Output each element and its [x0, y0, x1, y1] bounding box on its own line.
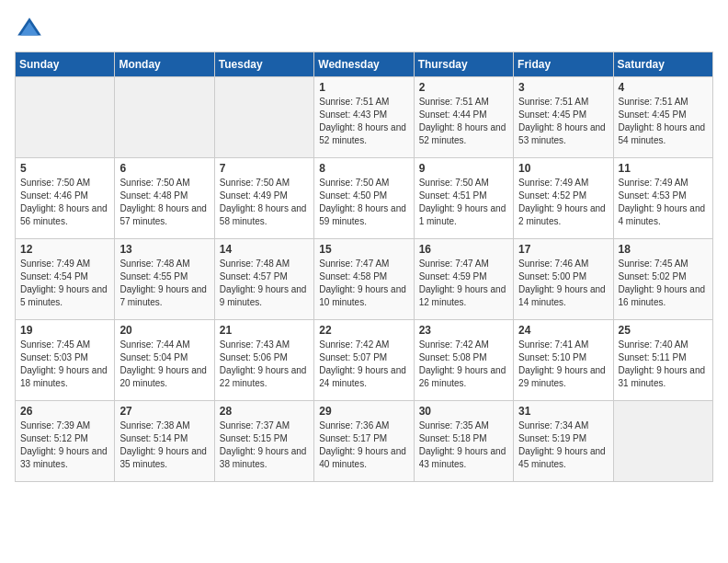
day-info: Sunrise: 7:36 AM Sunset: 5:17 PM Dayligh…	[319, 419, 408, 471]
calendar-cell: 12Sunrise: 7:49 AM Sunset: 4:54 PM Dayli…	[16, 239, 115, 320]
day-number: 26	[20, 405, 109, 418]
day-info: Sunrise: 7:42 AM Sunset: 5:08 PM Dayligh…	[419, 339, 508, 390]
day-info: Sunrise: 7:48 AM Sunset: 4:57 PM Dayligh…	[220, 258, 309, 309]
day-info: Sunrise: 7:42 AM Sunset: 5:07 PM Dayligh…	[319, 339, 408, 390]
day-number: 25	[619, 324, 708, 337]
day-info: Sunrise: 7:51 AM Sunset: 4:44 PM Dayligh…	[419, 96, 508, 147]
day-number: 28	[220, 405, 309, 418]
day-number: 16	[419, 243, 508, 256]
day-number: 9	[419, 162, 508, 175]
calendar-cell: 20Sunrise: 7:44 AM Sunset: 5:04 PM Dayli…	[115, 320, 214, 401]
calendar-cell: 6Sunrise: 7:50 AM Sunset: 4:48 PM Daylig…	[115, 158, 214, 239]
day-number: 10	[518, 162, 608, 175]
day-number: 23	[419, 324, 508, 337]
day-info: Sunrise: 7:41 AM Sunset: 5:10 PM Dayligh…	[518, 339, 608, 390]
calendar-cell: 24Sunrise: 7:41 AM Sunset: 5:10 PM Dayli…	[514, 320, 613, 401]
calendar-cell: 22Sunrise: 7:42 AM Sunset: 5:07 PM Dayli…	[314, 320, 414, 401]
day-info: Sunrise: 7:49 AM Sunset: 4:53 PM Dayligh…	[619, 177, 708, 228]
day-number: 8	[319, 162, 408, 175]
calendar-cell: 2Sunrise: 7:51 AM Sunset: 4:44 PM Daylig…	[414, 77, 513, 158]
weekday-saturday: Saturday	[613, 52, 712, 77]
day-number: 15	[319, 243, 408, 256]
calendar-cell: 14Sunrise: 7:48 AM Sunset: 4:57 PM Dayli…	[214, 239, 313, 320]
day-info: Sunrise: 7:50 AM Sunset: 4:50 PM Dayligh…	[319, 177, 408, 228]
calendar-table: SundayMondayTuesdayWednesdayThursdayFrid…	[15, 52, 713, 482]
calendar-body: 1Sunrise: 7:51 AM Sunset: 4:43 PM Daylig…	[16, 77, 713, 482]
day-number: 21	[220, 324, 309, 337]
calendar-cell: 21Sunrise: 7:43 AM Sunset: 5:06 PM Dayli…	[214, 320, 313, 401]
day-info: Sunrise: 7:51 AM Sunset: 4:45 PM Dayligh…	[619, 96, 708, 147]
day-info: Sunrise: 7:34 AM Sunset: 5:19 PM Dayligh…	[518, 419, 608, 471]
day-info: Sunrise: 7:50 AM Sunset: 4:48 PM Dayligh…	[119, 177, 209, 228]
day-info: Sunrise: 7:39 AM Sunset: 5:12 PM Dayligh…	[20, 419, 109, 471]
calendar-cell	[16, 77, 115, 158]
calendar-cell	[613, 401, 712, 482]
calendar-cell: 29Sunrise: 7:36 AM Sunset: 5:17 PM Dayli…	[314, 401, 414, 482]
day-number: 7	[220, 162, 309, 175]
calendar-cell: 19Sunrise: 7:45 AM Sunset: 5:03 PM Dayli…	[16, 320, 115, 401]
calendar-cell: 1Sunrise: 7:51 AM Sunset: 4:43 PM Daylig…	[314, 77, 414, 158]
calendar-cell: 3Sunrise: 7:51 AM Sunset: 4:45 PM Daylig…	[514, 77, 613, 158]
day-info: Sunrise: 7:51 AM Sunset: 4:43 PM Dayligh…	[319, 96, 408, 147]
day-info: Sunrise: 7:40 AM Sunset: 5:11 PM Dayligh…	[619, 339, 708, 390]
day-number: 31	[518, 405, 608, 418]
calendar-cell: 4Sunrise: 7:51 AM Sunset: 4:45 PM Daylig…	[613, 77, 712, 158]
day-info: Sunrise: 7:47 AM Sunset: 4:58 PM Dayligh…	[319, 258, 408, 309]
weekday-sunday: Sunday	[16, 52, 115, 77]
calendar-cell: 25Sunrise: 7:40 AM Sunset: 5:11 PM Dayli…	[613, 320, 712, 401]
day-info: Sunrise: 7:43 AM Sunset: 5:06 PM Dayligh…	[220, 339, 309, 390]
calendar-cell: 8Sunrise: 7:50 AM Sunset: 4:50 PM Daylig…	[314, 158, 414, 239]
calendar-cell: 18Sunrise: 7:45 AM Sunset: 5:02 PM Dayli…	[613, 239, 712, 320]
calendar-cell	[115, 77, 214, 158]
weekday-friday: Friday	[514, 52, 613, 77]
day-number: 24	[518, 324, 608, 337]
day-info: Sunrise: 7:49 AM Sunset: 4:54 PM Dayligh…	[20, 258, 109, 309]
day-number: 27	[119, 405, 209, 418]
day-info: Sunrise: 7:45 AM Sunset: 5:03 PM Dayligh…	[20, 339, 109, 390]
day-info: Sunrise: 7:37 AM Sunset: 5:15 PM Dayligh…	[220, 419, 309, 471]
calendar-cell: 31Sunrise: 7:34 AM Sunset: 5:19 PM Dayli…	[514, 401, 613, 482]
day-number: 14	[220, 243, 309, 256]
calendar-cell: 15Sunrise: 7:47 AM Sunset: 4:58 PM Dayli…	[314, 239, 414, 320]
calendar-header: SundayMondayTuesdayWednesdayThursdayFrid…	[16, 52, 713, 77]
weekday-row: SundayMondayTuesdayWednesdayThursdayFrid…	[16, 52, 713, 77]
calendar-cell: 26Sunrise: 7:39 AM Sunset: 5:12 PM Dayli…	[16, 401, 115, 482]
day-info: Sunrise: 7:48 AM Sunset: 4:55 PM Dayligh…	[119, 258, 209, 309]
calendar-cell: 16Sunrise: 7:47 AM Sunset: 4:59 PM Dayli…	[414, 239, 513, 320]
day-number: 6	[119, 162, 209, 175]
week-row-1: 1Sunrise: 7:51 AM Sunset: 4:43 PM Daylig…	[16, 77, 713, 158]
calendar-cell: 13Sunrise: 7:48 AM Sunset: 4:55 PM Dayli…	[115, 239, 214, 320]
day-number: 2	[419, 81, 508, 94]
weekday-thursday: Thursday	[414, 52, 513, 77]
logo-icon	[15, 15, 44, 44]
day-info: Sunrise: 7:49 AM Sunset: 4:52 PM Dayligh…	[518, 177, 608, 228]
day-number: 11	[619, 162, 708, 175]
week-row-4: 19Sunrise: 7:45 AM Sunset: 5:03 PM Dayli…	[16, 320, 713, 401]
calendar-cell: 9Sunrise: 7:50 AM Sunset: 4:51 PM Daylig…	[414, 158, 513, 239]
day-info: Sunrise: 7:44 AM Sunset: 5:04 PM Dayligh…	[119, 339, 209, 390]
calendar-cell: 17Sunrise: 7:46 AM Sunset: 5:00 PM Dayli…	[514, 239, 613, 320]
day-number: 3	[518, 81, 608, 94]
day-number: 22	[319, 324, 408, 337]
day-number: 12	[20, 243, 109, 256]
calendar-cell: 27Sunrise: 7:38 AM Sunset: 5:14 PM Dayli…	[115, 401, 214, 482]
day-number: 4	[619, 81, 708, 94]
day-number: 20	[119, 324, 209, 337]
day-number: 5	[20, 162, 109, 175]
calendar-cell: 5Sunrise: 7:50 AM Sunset: 4:46 PM Daylig…	[16, 158, 115, 239]
weekday-wednesday: Wednesday	[314, 52, 414, 77]
weekday-monday: Monday	[115, 52, 214, 77]
calendar-cell: 7Sunrise: 7:50 AM Sunset: 4:49 PM Daylig…	[214, 158, 313, 239]
week-row-2: 5Sunrise: 7:50 AM Sunset: 4:46 PM Daylig…	[16, 158, 713, 239]
logo	[15, 15, 48, 44]
day-number: 1	[319, 81, 408, 94]
calendar-cell: 10Sunrise: 7:49 AM Sunset: 4:52 PM Dayli…	[514, 158, 613, 239]
weekday-tuesday: Tuesday	[214, 52, 313, 77]
day-info: Sunrise: 7:50 AM Sunset: 4:51 PM Dayligh…	[419, 177, 508, 228]
day-info: Sunrise: 7:50 AM Sunset: 4:46 PM Dayligh…	[20, 177, 109, 228]
day-number: 29	[319, 405, 408, 418]
day-info: Sunrise: 7:46 AM Sunset: 5:00 PM Dayligh…	[518, 258, 608, 309]
calendar-cell: 28Sunrise: 7:37 AM Sunset: 5:15 PM Dayli…	[214, 401, 313, 482]
day-number: 30	[419, 405, 508, 418]
day-number: 13	[119, 243, 209, 256]
